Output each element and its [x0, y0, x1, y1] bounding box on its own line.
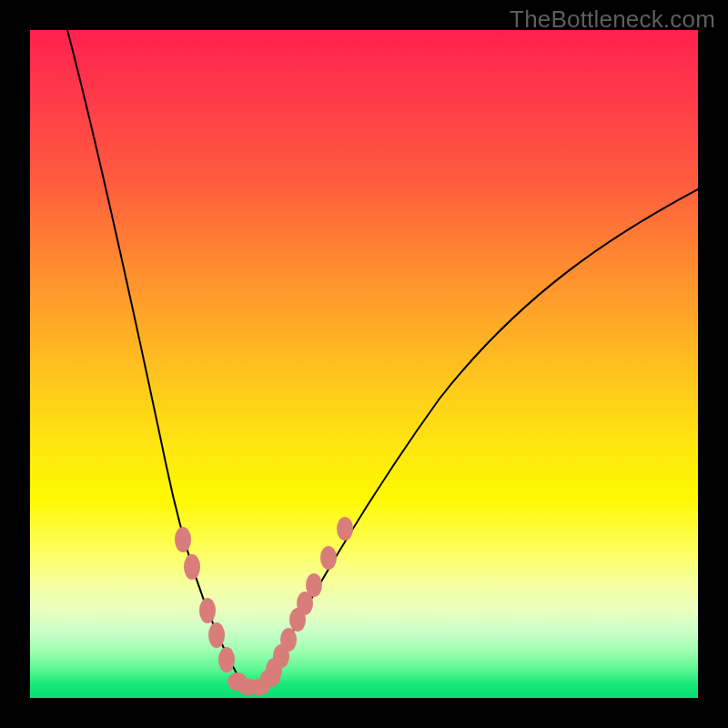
marker-left-1 — [175, 527, 191, 552]
marker-left-5 — [218, 647, 235, 672]
curve-right-branch — [265, 189, 698, 682]
marker-left-3 — [199, 598, 216, 623]
watermark-text: TheBottleneck.com — [510, 5, 715, 34]
plot-area — [30, 30, 698, 698]
bottleneck-curve — [30, 30, 698, 698]
marker-left-2 — [184, 554, 200, 580]
marker-right-6 — [306, 573, 322, 597]
curve-left-branch — [67, 30, 241, 682]
marker-left-4 — [208, 622, 225, 648]
outer-frame: TheBottleneck.com — [0, 0, 728, 728]
marker-right-3 — [280, 628, 297, 652]
marker-right-8 — [337, 517, 353, 541]
marker-right-7 — [320, 546, 337, 570]
